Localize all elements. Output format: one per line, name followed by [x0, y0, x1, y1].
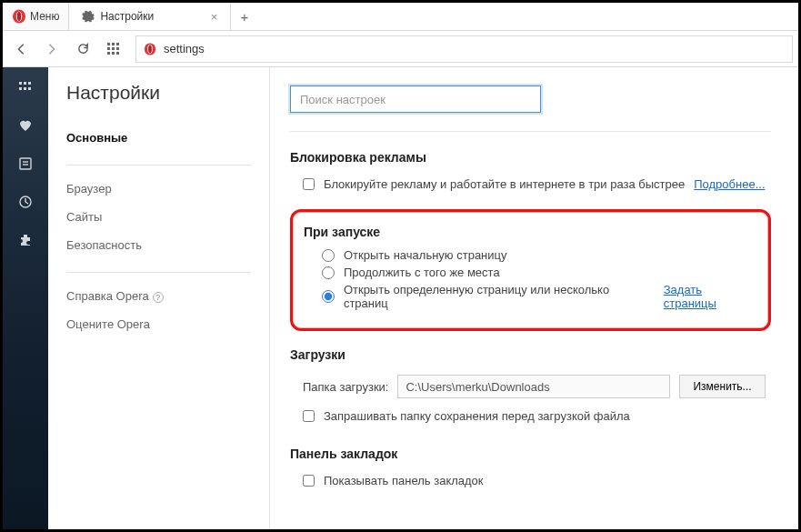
sidebar-rate-link[interactable]: Оцените Opera [66, 310, 267, 338]
svg-point-14 [148, 45, 152, 53]
bookmarks-show-label: Показывать панель закладок [324, 474, 484, 487]
navbar [3, 31, 798, 67]
titlebar: Меню Настройки × + [3, 3, 798, 31]
page-title: Настройки [66, 82, 267, 104]
svg-rect-19 [24, 87, 26, 90]
download-ask-checkbox[interactable] [303, 410, 315, 422]
svg-rect-9 [107, 52, 110, 55]
ads-more-link[interactable]: Подробнее... [694, 177, 765, 191]
address-bar[interactable] [135, 35, 793, 63]
svg-rect-10 [112, 52, 115, 55]
svg-rect-21 [20, 158, 31, 169]
rail-speed-dial-icon[interactable] [16, 78, 35, 96]
settings-main: Блокировка рекламы Блокируйте рекламу и … [270, 67, 798, 529]
forward-button[interactable] [39, 36, 65, 62]
help-icon: ? [153, 292, 164, 303]
svg-rect-6 [107, 47, 110, 50]
svg-rect-7 [112, 47, 115, 50]
svg-rect-8 [116, 47, 119, 50]
startup-label-1: Продолжить с того же места [344, 266, 500, 279]
section-startup-title: При запуске [304, 225, 757, 239]
svg-rect-15 [19, 82, 22, 85]
new-tab-button[interactable]: + [231, 9, 257, 25]
tab-close-button[interactable]: × [207, 10, 222, 24]
rail-extensions-icon[interactable] [16, 231, 35, 249]
sidebar-item-basic[interactable]: Основные [66, 124, 267, 152]
sidebar-help-link[interactable]: Справка Opera? [66, 282, 267, 310]
opera-icon [12, 9, 26, 24]
download-ask-label: Запрашивать папку сохранения перед загру… [324, 409, 630, 423]
rail-heart-icon[interactable] [16, 116, 35, 135]
rail-history-icon[interactable] [16, 193, 35, 211]
sidebar-item-sites[interactable]: Сайты [66, 203, 267, 231]
opera-icon-small [136, 43, 164, 55]
section-bookmarks-title: Панель закладок [290, 447, 771, 461]
svg-rect-20 [28, 87, 31, 90]
reload-button[interactable] [70, 36, 95, 62]
address-input[interactable] [164, 36, 792, 62]
download-change-button[interactable]: Изменить... [679, 375, 765, 398]
startup-highlight-box: При запуске Открыть начальную страницу П… [290, 209, 771, 331]
svg-point-2 [17, 12, 21, 21]
tab-settings[interactable]: Настройки × [69, 3, 231, 30]
back-button[interactable] [8, 36, 34, 62]
svg-rect-3 [107, 43, 110, 45]
speed-dial-button[interactable] [101, 36, 126, 62]
search-input[interactable] [290, 85, 541, 113]
section-ads-title: Блокировка рекламы [290, 150, 771, 165]
startup-radio-continue[interactable] [322, 266, 335, 279]
svg-rect-4 [112, 43, 115, 45]
startup-radio-specific[interactable] [322, 290, 335, 303]
tab-title: Настройки [100, 10, 201, 23]
bookmarks-show-checkbox[interactable] [303, 475, 315, 487]
svg-rect-18 [19, 87, 22, 90]
gear-icon [82, 10, 95, 23]
sidebar-item-browser[interactable]: Браузер [66, 175, 267, 203]
left-rail [3, 67, 48, 529]
set-pages-link[interactable]: Задать страницы [664, 283, 757, 310]
rail-news-icon[interactable] [16, 155, 35, 173]
svg-rect-17 [28, 82, 31, 85]
menu-label: Меню [30, 10, 59, 23]
svg-rect-5 [116, 43, 119, 45]
ads-block-label: Блокируйте рекламу и работайте в интерне… [324, 177, 685, 191]
download-folder-input[interactable] [397, 375, 670, 398]
section-downloads-title: Загрузки [290, 347, 771, 362]
svg-rect-11 [116, 52, 119, 55]
startup-radio-homepage[interactable] [322, 249, 335, 262]
settings-sidebar: Настройки Основные Браузер Сайты Безопас… [48, 67, 270, 529]
menu-button[interactable]: Меню [3, 3, 69, 30]
startup-label-0: Открыть начальную страницу [344, 248, 507, 262]
svg-rect-16 [24, 82, 26, 85]
sidebar-item-security[interactable]: Безопасность [66, 231, 267, 259]
download-folder-label: Папка загрузки: [303, 380, 388, 394]
startup-label-2: Открыть определенную страницу или нескол… [344, 283, 655, 310]
ads-block-checkbox[interactable] [303, 178, 315, 190]
